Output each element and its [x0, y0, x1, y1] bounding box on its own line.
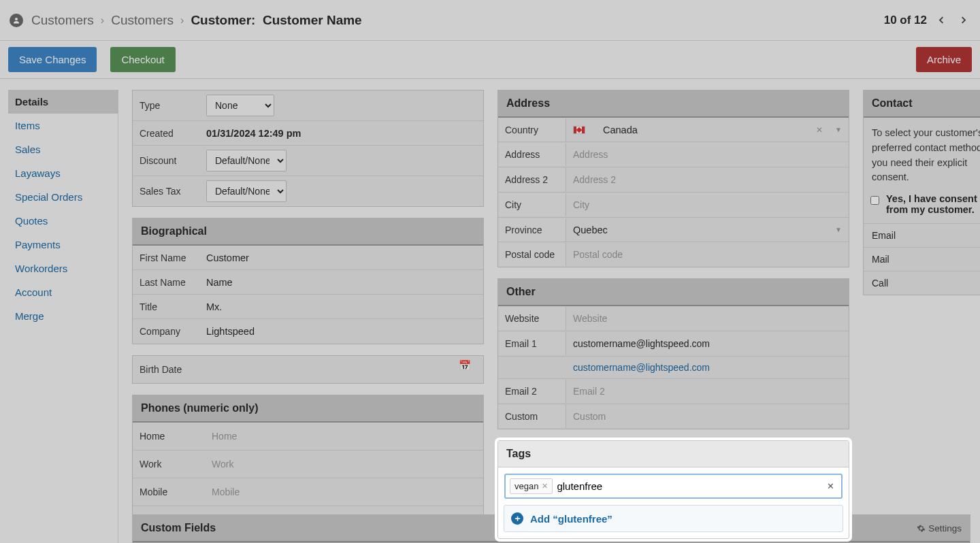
tags-panel: Tags vegan✕ ✕ ＋ Add “glutenfree” — [497, 440, 849, 539]
sidebar-item-payments[interactable]: Payments — [8, 233, 118, 257]
tag-chip-vegan: vegan✕ — [510, 478, 553, 494]
sidebar-item-quotes[interactable]: Quotes — [8, 209, 118, 233]
top-bar: Customers › Customers › Customer: Custom… — [0, 0, 980, 41]
phone-home-input[interactable] — [206, 427, 478, 446]
contact-method-call-label: Call — [872, 278, 888, 289]
phone-mobile-label: Mobile — [133, 480, 201, 504]
address-label: Address — [498, 143, 566, 166]
sidebar: Details Items Sales Layaways Special Ord… — [8, 90, 118, 543]
last-name-label: Last Name — [133, 271, 201, 294]
birthdate-panel: Birth Date📅 — [132, 355, 484, 384]
custom-input[interactable] — [566, 404, 849, 429]
country-value: Canada — [603, 125, 638, 135]
contact-method-email-label: Email — [872, 230, 896, 241]
sidebar-item-merge[interactable]: Merge — [8, 304, 118, 328]
birthdate-input[interactable] — [206, 360, 459, 379]
company-label: Company — [133, 320, 201, 343]
province-select[interactable]: Quebec▼ — [566, 218, 849, 242]
website-input[interactable] — [566, 306, 849, 331]
phone-work-label: Work — [133, 452, 201, 476]
country-select[interactable]: Canada✕▼ — [566, 118, 849, 142]
pager-prev-button[interactable] — [934, 13, 949, 28]
custom-label: Custom — [498, 405, 566, 428]
gear-icon — [917, 524, 926, 533]
column-3: Contact To select your customer's prefer… — [863, 90, 980, 306]
email2-label: Email 2 — [498, 380, 566, 403]
salestax-select[interactable]: Default/None — [206, 180, 287, 202]
phone-mobile-input[interactable] — [206, 482, 478, 501]
phone-work-input[interactable] — [206, 455, 478, 474]
sidebar-item-workorders[interactable]: Workorders — [8, 257, 118, 280]
sidebar-item-details[interactable]: Details — [8, 90, 118, 114]
sidebar-item-account[interactable]: Account — [8, 280, 118, 304]
address-input[interactable] — [566, 142, 849, 167]
sidebar-item-special-orders[interactable]: Special Orders — [8, 185, 118, 209]
breadcrumb-l2[interactable]: Customers — [111, 13, 174, 28]
sidebar-item-layaways[interactable]: Layaways — [8, 161, 118, 185]
company-value[interactable]: Lightspeed — [201, 320, 483, 343]
checkout-button[interactable]: Checkout — [110, 47, 175, 72]
breadcrumb-current: Customer: Customer Name — [191, 13, 361, 28]
archive-button[interactable]: Archive — [916, 47, 972, 72]
general-panel: TypeNone Created01/31/2024 12:49 pm Disc… — [132, 90, 484, 207]
birthdate-label: Birth Date — [133, 358, 201, 381]
consent-row[interactable]: Yes, I have consent from my customer. — [864, 193, 980, 223]
chevron-down-icon: ▼ — [835, 226, 842, 233]
tags-clear-button[interactable]: ✕ — [824, 481, 837, 491]
postal-label: Postal code — [498, 243, 566, 266]
consent-checkbox[interactable] — [870, 195, 879, 205]
email1-link[interactable]: customername@lightspeed.com — [498, 357, 849, 379]
address-header: Address — [498, 90, 849, 118]
phone-home-label: Home — [133, 425, 201, 448]
custom-settings-link[interactable]: Settings — [917, 523, 962, 533]
chevron-down-icon: ▼ — [835, 126, 842, 133]
email1-input[interactable] — [566, 331, 849, 356]
tags-text-input[interactable] — [557, 480, 820, 492]
email1-label: Email 1 — [498, 332, 566, 355]
contact-header: Contact — [864, 90, 980, 118]
first-name-value[interactable]: Customer — [201, 246, 483, 269]
address2-label: Address 2 — [498, 168, 566, 191]
tags-add-suggestion[interactable]: ＋ Add “glutenfree” — [504, 505, 843, 532]
svg-point-0 — [15, 18, 18, 20]
address-panel: Address CountryCanada✕▼ Address Address … — [497, 90, 849, 267]
chevron-right-icon: › — [180, 14, 184, 27]
type-select[interactable]: None — [206, 95, 274, 116]
contact-body-text: To select your customer's preferred cont… — [864, 118, 980, 193]
address2-input[interactable] — [566, 167, 849, 192]
clear-icon[interactable]: ✕ — [816, 125, 823, 135]
sidebar-item-sales[interactable]: Sales — [8, 137, 118, 161]
title-value[interactable]: Mx. — [201, 295, 483, 318]
discount-select[interactable]: Default/None — [206, 150, 287, 171]
last-name-value[interactable]: Name — [201, 271, 483, 294]
country-label: Country — [498, 118, 566, 142]
type-label: Type — [133, 94, 201, 117]
breadcrumb-l1[interactable]: Customers — [31, 13, 94, 28]
column-2: Address CountryCanada✕▼ Address Address … — [497, 90, 849, 543]
other-panel: Other Website Email 1 customername@light… — [497, 278, 849, 429]
plus-circle-icon: ＋ — [511, 512, 523, 525]
tags-input-wrapper[interactable]: vegan✕ ✕ — [504, 474, 843, 499]
column-1: TypeNone Created01/31/2024 12:49 pm Disc… — [132, 90, 484, 543]
first-name-label: First Name — [133, 246, 201, 269]
city-input[interactable] — [566, 193, 849, 217]
province-label: Province — [498, 218, 566, 242]
save-button[interactable]: Save Changes — [8, 47, 97, 72]
email2-input[interactable] — [566, 379, 849, 404]
discount-label: Discount — [133, 149, 201, 172]
pager-text: 10 of 12 — [884, 14, 927, 27]
biographical-header: Biographical — [133, 218, 483, 246]
action-bar: Save Changes Checkout Archive — [0, 41, 980, 79]
postal-input[interactable] — [566, 242, 849, 267]
contact-panel: Contact To select your customer's prefer… — [863, 90, 980, 295]
created-value: 01/31/2024 12:49 pm — [201, 122, 483, 145]
tag-remove-icon[interactable]: ✕ — [542, 482, 548, 491]
province-value: Quebec — [573, 225, 608, 235]
sidebar-item-items[interactable]: Items — [8, 114, 118, 137]
other-header: Other — [498, 279, 849, 306]
phones-header: Phones (numeric only) — [133, 395, 483, 423]
pager-next-button[interactable] — [956, 13, 970, 28]
created-label: Created — [133, 122, 201, 145]
calendar-icon[interactable]: 📅 — [459, 360, 478, 379]
flag-canada-icon — [573, 126, 585, 134]
